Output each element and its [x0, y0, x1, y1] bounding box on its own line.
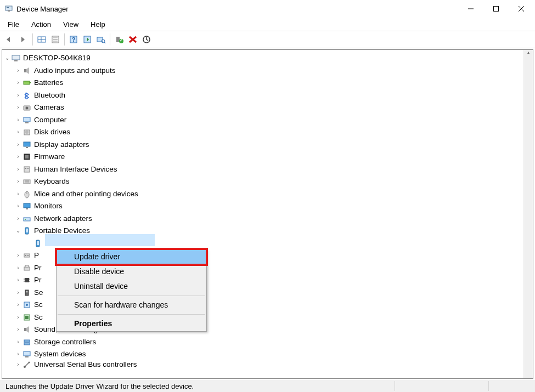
- display-icon: [22, 140, 32, 149]
- svg-rect-33: [25, 122, 29, 123]
- expand-icon[interactable]: ›: [14, 139, 22, 151]
- cm-disable-device[interactable]: Disable device: [57, 264, 206, 279]
- svg-rect-28: [24, 81, 30, 84]
- tree-category[interactable]: ›Network adapters: [3, 213, 522, 225]
- menu-help[interactable]: Help: [85, 19, 111, 30]
- tree-category[interactable]: ›Display adapters: [3, 139, 522, 151]
- tree-category[interactable]: ›Monitors: [3, 200, 522, 213]
- svg-rect-37: [26, 147, 28, 148]
- close-button[interactable]: [509, 1, 534, 17]
- expand-icon[interactable]: ⌄: [3, 52, 11, 64]
- tree-category[interactable]: ›Bluetooth: [3, 89, 522, 102]
- expand-icon[interactable]: ›: [14, 262, 22, 274]
- tree-device-selected[interactable]: [3, 237, 522, 250]
- tree-category[interactable]: ›Keyboards: [3, 175, 522, 188]
- tree-category[interactable]: ›Human Interface Devices: [3, 163, 522, 176]
- scroll-up-arrow[interactable]: ▴: [524, 50, 533, 59]
- maximize-button[interactable]: [483, 1, 509, 17]
- expand-icon[interactable]: ⌄: [14, 225, 22, 237]
- expand-icon[interactable]: ›: [14, 274, 22, 286]
- toolbar: ?: [0, 31, 535, 48]
- properties-button[interactable]: [49, 33, 62, 46]
- window-controls: [458, 1, 534, 17]
- svg-point-69: [26, 304, 28, 306]
- expand-icon[interactable]: ›: [14, 89, 22, 101]
- tree-category-label: Mice and other pointing devices: [33, 188, 139, 200]
- svg-rect-1: [7, 7, 9, 8]
- tree-category[interactable]: ›Disk drives: [3, 126, 522, 139]
- expand-icon[interactable]: ›: [14, 77, 22, 89]
- software-icon: [22, 300, 32, 309]
- tree-category[interactable]: ›Universal Serial Bus controllers: [3, 361, 522, 368]
- tree-category[interactable]: ›Batteries: [3, 77, 522, 89]
- tree-category[interactable]: ›Storage controllers: [3, 336, 522, 349]
- expand-icon[interactable]: ›: [14, 163, 22, 175]
- storage-icon: [22, 338, 32, 346]
- minimize-button[interactable]: [458, 1, 483, 17]
- tree-category[interactable]: ›Firmware: [3, 151, 522, 163]
- monitor-icon: [22, 202, 32, 211]
- tree-category[interactable]: ›Audio inputs and outputs: [3, 65, 522, 77]
- tree-category-label: Cameras: [33, 101, 65, 113]
- update-driver-button[interactable]: [81, 33, 94, 46]
- svg-rect-27: [24, 69, 26, 72]
- svg-point-79: [29, 361, 30, 363]
- expand-icon[interactable]: ›: [14, 101, 22, 113]
- forward-button[interactable]: [17, 33, 30, 46]
- scan-hardware-button[interactable]: [94, 33, 108, 46]
- tree-category-label: Universal Serial Bus controllers: [33, 361, 138, 368]
- cm-update-driver[interactable]: Update driver: [57, 249, 206, 264]
- expand-icon[interactable]: ›: [14, 114, 22, 126]
- expand-icon[interactable]: ›: [14, 151, 22, 163]
- tree-category-label: Pr: [33, 262, 43, 274]
- cm-uninstall-device[interactable]: Uninstall device: [57, 279, 206, 294]
- help-button[interactable]: ?: [67, 33, 80, 46]
- expand-icon[interactable]: ›: [14, 65, 22, 77]
- tree-root[interactable]: ⌄ DESKTOP-504K819: [3, 52, 522, 65]
- menu-file[interactable]: File: [2, 19, 25, 30]
- disable-device-button[interactable]: [140, 33, 153, 46]
- expand-icon[interactable]: ›: [14, 336, 22, 348]
- tree-category[interactable]: ›Cameras: [3, 101, 522, 114]
- expand-icon[interactable]: ›: [14, 249, 22, 262]
- svg-point-42: [27, 168, 29, 169]
- menu-action[interactable]: Action: [26, 19, 57, 30]
- tree-category-label: Sc: [33, 311, 44, 323]
- hid-icon: [22, 165, 32, 174]
- security-icon: [22, 288, 32, 297]
- expand-icon[interactable]: ›: [14, 348, 22, 360]
- tree-category[interactable]: ›Mice and other pointing devices: [3, 188, 522, 201]
- expand-icon[interactable]: ›: [14, 213, 22, 225]
- cm-properties[interactable]: Properties: [57, 316, 206, 331]
- cm-scan-hardware[interactable]: Scan for hardware changes: [57, 298, 206, 313]
- tree-category[interactable]: ›System devices: [3, 348, 522, 361]
- expand-icon[interactable]: ›: [14, 299, 22, 311]
- svg-text:?: ?: [72, 36, 76, 43]
- svg-rect-39: [25, 155, 29, 158]
- mouse-icon: [22, 190, 32, 198]
- svg-rect-29: [30, 82, 31, 83]
- expand-icon[interactable]: ›: [14, 323, 22, 336]
- enable-device-button[interactable]: [112, 33, 126, 46]
- tree-category-label: Computer: [33, 114, 67, 126]
- svg-point-58: [27, 255, 29, 256]
- svg-rect-76: [25, 356, 29, 357]
- bluetooth-icon: [22, 91, 32, 100]
- expand-icon[interactable]: ›: [14, 200, 22, 212]
- expand-icon[interactable]: ›: [14, 188, 22, 200]
- expand-icon[interactable]: ›: [14, 311, 22, 323]
- vertical-scrollbar[interactable]: ▴: [523, 50, 533, 378]
- expand-icon[interactable]: ›: [14, 361, 22, 368]
- network-icon: [22, 214, 32, 223]
- context-menu: Update driver Disable device Uninstall d…: [56, 249, 207, 332]
- expand-icon[interactable]: ›: [14, 126, 22, 138]
- back-button[interactable]: [3, 33, 16, 46]
- svg-line-78: [25, 362, 29, 367]
- menu-view[interactable]: View: [58, 19, 84, 30]
- uninstall-device-button[interactable]: [126, 33, 139, 46]
- show-hidden-button[interactable]: [35, 33, 48, 46]
- expand-icon[interactable]: ›: [14, 287, 22, 299]
- expand-icon[interactable]: ›: [14, 175, 22, 188]
- tree-category[interactable]: ›Computer: [3, 114, 522, 127]
- tree-category-label: Pr: [33, 274, 43, 286]
